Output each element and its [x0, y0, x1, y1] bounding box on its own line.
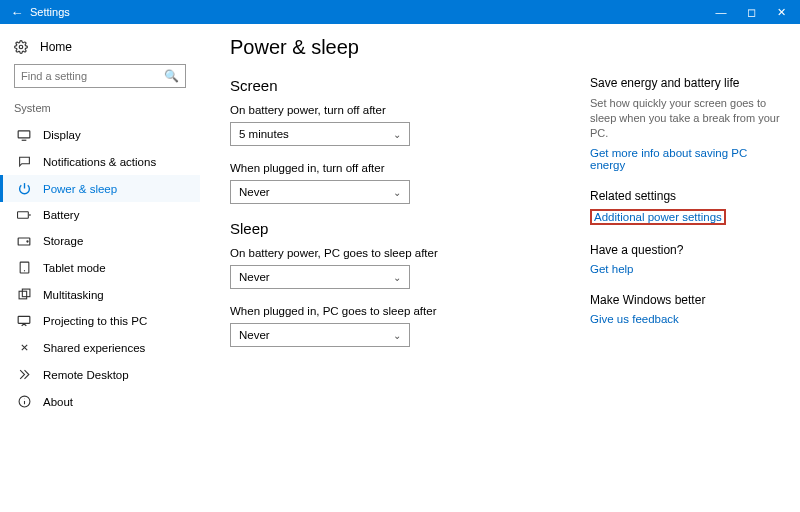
sidebar-item-label: Battery [43, 209, 79, 221]
sidebar-item-label: Power & sleep [43, 183, 117, 195]
maximize-button[interactable]: ◻ [736, 6, 766, 19]
sidebar-item-label: Projecting to this PC [43, 315, 147, 327]
home-label: Home [40, 40, 72, 54]
question-title: Have a question? [590, 243, 780, 257]
tablet-icon [17, 261, 31, 274]
sidebar-item-projecting[interactable]: Projecting to this PC [0, 308, 200, 334]
feedback-title: Make Windows better [590, 293, 780, 307]
sidebar-item-battery[interactable]: Battery [0, 202, 200, 228]
screen-plugged-select[interactable]: Never ⌄ [230, 180, 410, 204]
sleep-plugged-select[interactable]: Never ⌄ [230, 323, 410, 347]
sidebar-group-label: System [0, 102, 200, 122]
screen-plugged-label: When plugged in, turn off after [230, 162, 590, 174]
titlebar: ← Settings — ◻ ✕ [0, 0, 800, 24]
about-icon [17, 395, 31, 408]
sidebar-item-label: Multitasking [43, 289, 104, 301]
sidebar-item-power-sleep[interactable]: Power & sleep [0, 175, 200, 202]
right-rail: Save energy and battery life Set how qui… [590, 36, 780, 512]
chevron-down-icon: ⌄ [393, 129, 401, 140]
remote-desktop-icon [17, 368, 31, 381]
minimize-button[interactable]: — [706, 6, 736, 19]
sidebar-item-display[interactable]: Display [0, 122, 200, 148]
power-icon [17, 182, 31, 195]
sidebar-item-label: Storage [43, 235, 83, 247]
shared-icon [17, 341, 31, 354]
sidebar-item-label: About [43, 396, 73, 408]
svg-point-7 [27, 240, 28, 241]
home-button[interactable]: Home [0, 36, 200, 64]
sidebar-item-tablet-mode[interactable]: Tablet mode [0, 254, 200, 281]
sidebar-item-remote-desktop[interactable]: Remote Desktop [0, 361, 200, 388]
get-help-link[interactable]: Get help [590, 263, 633, 275]
search-input[interactable] [21, 70, 161, 82]
chevron-down-icon: ⌄ [393, 187, 401, 198]
screen-battery-label: On battery power, turn off after [230, 104, 590, 116]
select-value: Never [239, 186, 270, 198]
select-value: 5 minutes [239, 128, 289, 140]
sleep-battery-select[interactable]: Never ⌄ [230, 265, 410, 289]
notifications-icon [17, 155, 31, 168]
sleep-battery-label: On battery power, PC goes to sleep after [230, 247, 590, 259]
window-title: Settings [30, 6, 70, 18]
content-pane: Power & sleep Screen On battery power, t… [230, 36, 590, 512]
svg-point-0 [19, 45, 23, 49]
select-value: Never [239, 271, 270, 283]
sidebar-item-label: Shared experiences [43, 342, 145, 354]
battery-icon [17, 210, 31, 220]
close-button[interactable]: ✕ [766, 6, 796, 19]
svg-rect-4 [18, 212, 29, 218]
search-icon: 🔍 [164, 69, 179, 83]
sidebar-item-label: Remote Desktop [43, 369, 129, 381]
screen-battery-select[interactable]: 5 minutes ⌄ [230, 122, 410, 146]
feedback-link[interactable]: Give us feedback [590, 313, 679, 325]
energy-link[interactable]: Get more info about saving PC energy [590, 147, 780, 171]
additional-power-settings-link[interactable]: Additional power settings [590, 209, 726, 225]
sidebar-item-multitasking[interactable]: Multitasking [0, 281, 200, 308]
back-button[interactable]: ← [4, 5, 30, 20]
energy-title: Save energy and battery life [590, 76, 780, 90]
screen-heading: Screen [230, 77, 590, 94]
sidebar-item-notifications[interactable]: Notifications & actions [0, 148, 200, 175]
energy-body: Set how quickly your screen goes to slee… [590, 96, 780, 141]
related-title: Related settings [590, 189, 780, 203]
sleep-plugged-label: When plugged in, PC goes to sleep after [230, 305, 590, 317]
sidebar-item-label: Notifications & actions [43, 156, 156, 168]
projecting-icon [17, 315, 31, 327]
multitasking-icon [17, 288, 31, 301]
sleep-heading: Sleep [230, 220, 590, 237]
storage-icon [17, 236, 31, 247]
sidebar-item-label: Tablet mode [43, 262, 106, 274]
svg-rect-1 [18, 131, 30, 138]
sidebar-item-shared-experiences[interactable]: Shared experiences [0, 334, 200, 361]
gear-icon [14, 40, 28, 54]
display-icon [17, 129, 31, 141]
sidebar-item-about[interactable]: About [0, 388, 200, 415]
search-box[interactable]: 🔍 [14, 64, 186, 88]
chevron-down-icon: ⌄ [393, 330, 401, 341]
chevron-down-icon: ⌄ [393, 272, 401, 283]
sidebar-item-storage[interactable]: Storage [0, 228, 200, 254]
sidebar-item-label: Display [43, 129, 81, 141]
select-value: Never [239, 329, 270, 341]
svg-rect-12 [18, 316, 30, 323]
page-title: Power & sleep [230, 36, 590, 59]
sidebar: Home 🔍 System Display Notifications & ac… [0, 24, 200, 512]
